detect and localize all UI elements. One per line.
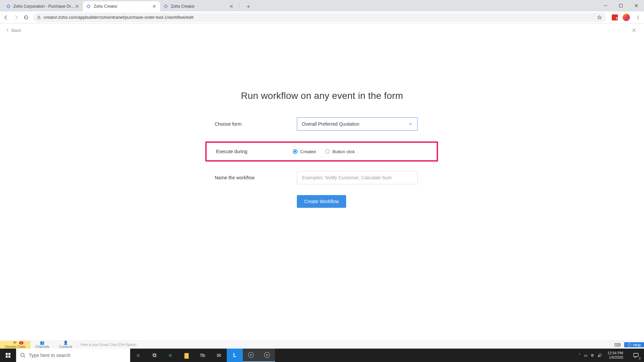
lock-icon bbox=[37, 15, 41, 19]
star-icon[interactable] bbox=[597, 15, 602, 20]
extension-badge[interactable]: 3 bbox=[612, 14, 618, 20]
main-content: Run workflow on any event in the form Ch… bbox=[0, 37, 644, 341]
row-choose-form: Choose form Overall Preferred Quotation bbox=[215, 117, 429, 131]
browser-navbar: creator.zoho.com/appbuilder/zohointranet… bbox=[0, 11, 644, 23]
tab-title: Zoho Creator bbox=[171, 4, 229, 9]
windows-taskbar: Type here to search ○ ⧉ e ▇ 🛍 ✉ L ˄ ▭ ⚙ … bbox=[0, 349, 644, 362]
radio-dot-icon bbox=[325, 149, 330, 154]
choose-form-select[interactable]: Overall Preferred Quotation bbox=[297, 117, 418, 131]
back-link[interactable]: Back bbox=[6, 28, 21, 33]
back-label: Back bbox=[11, 28, 21, 33]
radio-created[interactable]: Created bbox=[293, 149, 316, 154]
svg-line-15 bbox=[24, 356, 25, 358]
execute-during-label: Execute during bbox=[216, 149, 293, 154]
svg-point-5 bbox=[638, 15, 638, 16]
app-header: Back bbox=[0, 23, 644, 37]
channels-icon: 👥 bbox=[40, 341, 45, 345]
smart-chat-input[interactable]: Here is your Smart Chat (Ctrl+Space) bbox=[77, 341, 610, 349]
address-bar[interactable]: creator.zoho.com/appbuilder/zohointranet… bbox=[33, 13, 606, 22]
taskbar-explorer-icon[interactable]: ▇ bbox=[178, 349, 195, 362]
taskbar-app-icon[interactable]: L bbox=[227, 349, 243, 362]
nav-reload-button[interactable] bbox=[23, 14, 30, 21]
contacts-label: Contacts bbox=[59, 345, 72, 349]
taskbar-search[interactable]: Type here to search bbox=[16, 349, 130, 362]
unread-badge: 1 bbox=[19, 341, 23, 345]
help-label: Help bbox=[633, 343, 641, 347]
svg-point-6 bbox=[638, 17, 638, 17]
taskbar-taskview-icon[interactable]: ⧉ bbox=[146, 349, 162, 362]
tray-chevron-icon[interactable]: ˄ bbox=[579, 353, 581, 358]
tray-wifi-icon[interactable]: ⚙ bbox=[591, 353, 594, 358]
svg-rect-12 bbox=[6, 356, 8, 358]
radio-button-click[interactable]: Button click bbox=[325, 149, 355, 154]
help-icon: ⓘ bbox=[628, 342, 631, 347]
browser-menu-button[interactable] bbox=[635, 14, 641, 21]
tab-title: Zoho Creator bbox=[94, 4, 152, 9]
close-page-button[interactable] bbox=[630, 26, 638, 34]
taskbar-notifications[interactable]: 2 bbox=[629, 349, 643, 362]
taskbar-mail-icon[interactable]: ✉ bbox=[211, 349, 227, 362]
help-button[interactable]: ⓘ Help bbox=[624, 342, 644, 347]
workflow-form: Choose form Overall Preferred Quotation … bbox=[215, 117, 429, 208]
browser-tab-0[interactable]: Zoho Corporation - Purchase Or… ✕ bbox=[3, 1, 83, 11]
nav-forward-button[interactable] bbox=[13, 14, 19, 21]
taskbar-search-placeholder: Type here to search bbox=[29, 353, 70, 358]
chatbar-unread[interactable]: 👁 1 Unread Chats bbox=[0, 341, 31, 349]
radio-dot-icon bbox=[293, 149, 298, 154]
close-icon[interactable]: ✕ bbox=[75, 4, 79, 9]
search-icon bbox=[20, 353, 25, 358]
window-maximize-button[interactable] bbox=[613, 1, 629, 11]
choose-form-label: Choose form bbox=[215, 121, 297, 127]
svg-point-7 bbox=[638, 18, 638, 19]
row-name-workflow: Name the workflow bbox=[215, 171, 429, 184]
taskbar-cortana-icon[interactable]: ○ bbox=[130, 349, 146, 362]
tray-battery-icon[interactable]: ▭ bbox=[584, 353, 587, 358]
taskbar-store-icon[interactable]: 🛍 bbox=[195, 349, 211, 362]
clock-time: 12:54 PM bbox=[607, 351, 623, 355]
taskbar-edge-icon[interactable]: e bbox=[162, 349, 178, 362]
taskbar-clock[interactable]: 12:54 PM 1/9/2020 bbox=[605, 351, 625, 359]
radio-button-click-label: Button click bbox=[332, 149, 355, 154]
close-icon[interactable]: ✕ bbox=[152, 4, 157, 9]
workflow-name-input[interactable] bbox=[297, 171, 418, 184]
nav-back-button[interactable] bbox=[3, 14, 9, 21]
svg-rect-4 bbox=[38, 17, 40, 19]
close-icon[interactable]: ✕ bbox=[229, 4, 234, 9]
new-tab-button[interactable]: + bbox=[244, 2, 253, 11]
svg-point-17 bbox=[250, 354, 252, 356]
chat-icon: 👁 bbox=[13, 341, 17, 345]
svg-rect-13 bbox=[8, 356, 10, 358]
chatbar-contacts[interactable]: 👤 Contacts bbox=[54, 341, 77, 349]
chevron-left-icon bbox=[6, 28, 9, 32]
row-execute-during: Execute during Created Button click bbox=[216, 149, 433, 154]
close-icon bbox=[631, 27, 637, 33]
browser-tabbar: Zoho Corporation - Purchase Or… ✕ Zoho C… bbox=[0, 0, 644, 11]
name-workflow-label: Name the workflow bbox=[215, 175, 297, 180]
browser-tab-1[interactable]: Zoho Creator ✕ bbox=[83, 1, 160, 11]
taskbar-chrome-icon[interactable] bbox=[243, 349, 259, 362]
create-workflow-button[interactable]: Create Workflow bbox=[297, 195, 346, 208]
channels-label: Channels bbox=[35, 345, 49, 349]
browser-tab-2[interactable]: Zoho Creator ✕ bbox=[160, 1, 237, 11]
notif-count: 2 bbox=[639, 357, 641, 360]
window-minimize-button[interactable] bbox=[598, 1, 613, 11]
keyboard-icon[interactable]: ⌨ bbox=[610, 342, 624, 348]
profile-avatar[interactable] bbox=[623, 14, 630, 21]
taskbar-chrome-icon-2[interactable] bbox=[259, 349, 275, 362]
chevron-down-icon bbox=[409, 122, 413, 126]
tray-volume-icon[interactable]: 🔊 bbox=[597, 353, 602, 358]
svg-point-19 bbox=[266, 354, 268, 356]
radio-created-label: Created bbox=[300, 149, 316, 154]
choose-form-value: Overall Preferred Quotation bbox=[302, 121, 359, 127]
unread-label: Unread Chats bbox=[5, 345, 25, 349]
svg-rect-1 bbox=[620, 4, 623, 7]
chatbar: 👁 1 Unread Chats 👥 Channels 👤 Contacts H… bbox=[0, 341, 644, 349]
window-close-button[interactable] bbox=[629, 1, 644, 11]
chatbar-channels[interactable]: 👥 Channels bbox=[31, 341, 54, 349]
svg-rect-11 bbox=[8, 353, 10, 355]
favicon-icon bbox=[163, 4, 168, 9]
start-button[interactable] bbox=[0, 349, 16, 362]
tab-title: Zoho Corporation - Purchase Or… bbox=[13, 4, 75, 9]
tab-separator bbox=[239, 3, 239, 9]
execute-during-highlight: Execute during Created Button click bbox=[205, 141, 438, 162]
